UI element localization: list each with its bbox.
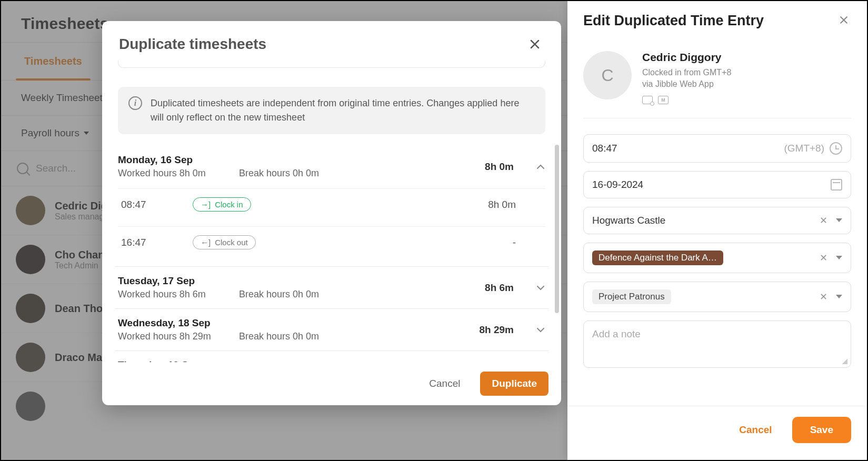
- worked-hours: Worked hours 8h 29m: [118, 331, 239, 342]
- worked-hours: Worked hours 8h 6m: [118, 289, 239, 300]
- day-block: Monday, 16 Sep Worked hours 8h 0m Break …: [115, 146, 548, 267]
- chevron-down-icon[interactable]: [836, 256, 842, 259]
- location-value: Hogwarts Castle: [592, 215, 814, 226]
- login-icon: →]: [201, 200, 211, 209]
- day-header[interactable]: Monday, 16 Sep Worked hours 8h 0m Break …: [118, 154, 545, 179]
- duplicate-button[interactable]: Duplicate: [480, 372, 548, 396]
- day-header[interactable]: Thursday, 19 Sep Worked hours 8h 40m Bre…: [118, 359, 545, 362]
- project-chip: Project Patronus: [592, 289, 671, 304]
- chevron-down-icon[interactable]: [836, 218, 842, 222]
- activity-chip: Defence Against the Dark A…: [592, 250, 723, 265]
- note-textarea[interactable]: Add a note: [583, 320, 851, 368]
- clock-out-pill: ←] Clock out: [193, 235, 256, 249]
- save-button[interactable]: Save: [792, 417, 851, 443]
- chevron-down-icon: [536, 283, 545, 293]
- user-meta-line: via Jibble Web App: [642, 78, 731, 90]
- modal-title: Duplicate timesheets: [119, 36, 266, 53]
- day-total: 8h 0m: [485, 161, 523, 173]
- cancel-button[interactable]: Cancel: [732, 417, 779, 443]
- modal-close-button[interactable]: [525, 36, 544, 55]
- panel-title: Edit Duplicated Time Entry: [583, 13, 764, 29]
- entry-duration: -: [513, 237, 542, 248]
- manual-badge-icon: M: [658, 96, 669, 104]
- time-entry-row[interactable]: 08:47 →] Clock in 8h 0m: [118, 188, 545, 220]
- info-banner: i Duplicated timesheets are independent …: [118, 87, 545, 134]
- day-header[interactable]: Wednesday, 18 Sep Worked hours 8h 29m Br…: [118, 317, 545, 342]
- close-icon: [839, 15, 849, 25]
- partial-field-edge: [118, 61, 545, 68]
- entry-time: 16:47: [121, 237, 180, 248]
- time-field[interactable]: 08:47 (GMT+8): [583, 134, 851, 163]
- pill-label: Clock in: [215, 200, 243, 209]
- close-icon: [528, 38, 541, 51]
- logout-icon: ←]: [201, 238, 211, 247]
- pill-label: Clock out: [215, 238, 248, 247]
- user-name: Cedric Diggory: [642, 51, 731, 64]
- info-text: Duplicated timesheets are independent fr…: [151, 96, 535, 125]
- timezone-label: (GMT+8): [784, 143, 824, 154]
- break-hours: Break hours 0h 0m: [239, 289, 319, 300]
- activity-field[interactable]: Defence Against the Dark A… ✕: [583, 243, 851, 273]
- scrollbar[interactable]: [555, 103, 559, 330]
- day-total: 8h 6m: [485, 282, 523, 294]
- time-entry-row[interactable]: 16:47 ←] Clock out -: [118, 226, 545, 258]
- day-date: Tuesday, 17 Sep: [118, 275, 239, 287]
- day-header[interactable]: Tuesday, 17 Sep Worked hours 8h 6m Break…: [118, 275, 545, 300]
- calendar-icon: [831, 179, 842, 191]
- user-meta-line: Clocked in from GMT+8: [642, 67, 731, 78]
- clear-icon[interactable]: ✕: [820, 252, 827, 264]
- day-block: Thursday, 19 Sep Worked hours 8h 40m Bre…: [115, 351, 548, 362]
- device-icon: [642, 96, 653, 104]
- clear-icon[interactable]: ✕: [820, 215, 827, 226]
- break-hours: Break hours 0h 0m: [239, 168, 319, 179]
- note-placeholder: Add a note: [592, 328, 641, 339]
- clock-in-pill: →] Clock in: [193, 197, 251, 212]
- avatar: C: [583, 51, 632, 99]
- cancel-button[interactable]: Cancel: [422, 372, 467, 396]
- clock-icon: [830, 142, 842, 155]
- scrollbar-thumb[interactable]: [555, 145, 559, 313]
- location-field[interactable]: Hogwarts Castle ✕: [583, 207, 851, 234]
- user-summary: C Cedric Diggory Clocked in from GMT+8 v…: [583, 39, 851, 118]
- break-hours: Break hours 0h 0m: [239, 331, 319, 342]
- info-icon: i: [128, 96, 142, 110]
- time-value: 08:47: [592, 143, 779, 154]
- day-date: Monday, 16 Sep: [118, 154, 239, 166]
- chevron-up-icon: [536, 162, 545, 172]
- duplicate-timesheets-modal: Duplicate timesheets i Duplicated timesh…: [102, 21, 561, 405]
- day-date: Thursday, 19 Sep: [118, 359, 239, 362]
- date-value: 16-09-2024: [592, 179, 825, 191]
- date-field[interactable]: 16-09-2024: [583, 171, 851, 198]
- entry-duration: 8h 0m: [488, 199, 542, 211]
- worked-hours: Worked hours 8h 0m: [118, 168, 239, 179]
- chevron-down-icon: [536, 325, 545, 335]
- day-block: Wednesday, 18 Sep Worked hours 8h 29m Br…: [115, 309, 548, 351]
- day-date: Wednesday, 18 Sep: [118, 317, 239, 329]
- day-total: 8h 29m: [480, 324, 523, 336]
- entry-time: 08:47: [121, 199, 180, 211]
- panel-close-button[interactable]: [836, 13, 851, 27]
- clear-icon[interactable]: ✕: [820, 291, 827, 303]
- chevron-down-icon[interactable]: [836, 295, 842, 298]
- project-field[interactable]: Project Patronus ✕: [583, 282, 851, 312]
- day-block: Tuesday, 17 Sep Worked hours 8h 6m Break…: [115, 267, 548, 309]
- edit-time-entry-panel: Edit Duplicated Time Entry C Cedric Digg…: [567, 1, 867, 460]
